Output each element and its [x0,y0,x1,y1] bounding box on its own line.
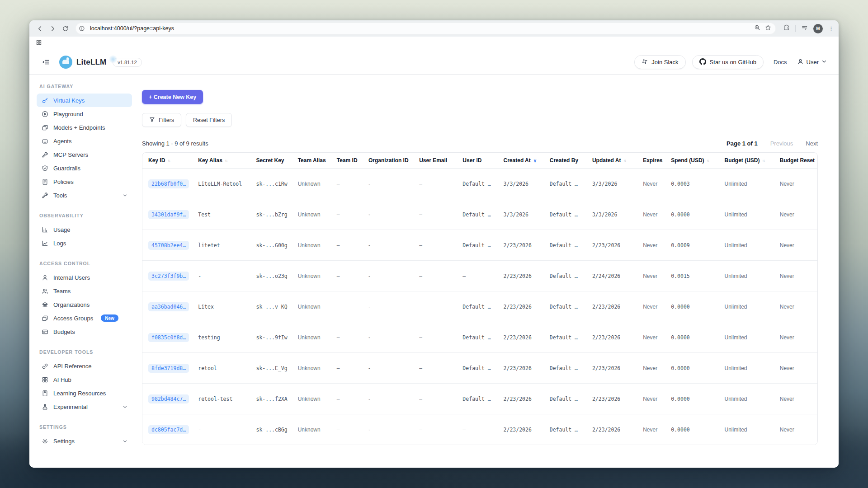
cell-user-id: Default … [462,334,491,341]
cell-created-by: Default … [550,242,578,249]
previous-page-button[interactable]: Previous [770,140,793,147]
column-header-spend-usd[interactable]: Spend (USD)↑↓ [665,153,718,169]
column-header-updated-at[interactable]: Updated At↑↓ [586,153,637,169]
sidebar-item-guardrails[interactable]: Guardrails [37,161,132,175]
key-id-link[interactable]: dc805fac7d… [148,425,189,434]
toolbar-separator [795,25,796,32]
sidebar-item-label: MCP Servers [53,151,88,158]
column-header-user-email: User Email [413,153,457,169]
column-header-budget-usd[interactable]: Budget (USD)↑↓ [718,153,774,169]
table-row[interactable]: 22b68fb0f0…LiteLLM-Retoolsk-...c1RwUnkno… [142,169,817,199]
sidebar-item-budgets[interactable]: Budgets [37,325,132,338]
sort-icon: ↑↓ [623,158,626,163]
sidebar-item-models-endpoints[interactable]: Models + Endpoints [37,121,132,134]
column-header-key-alias[interactable]: Key Alias↑↓ [192,153,250,169]
pagination: Page 1 of 1 Previous Next [726,140,818,147]
sidebar-item-agents[interactable]: Agents [37,134,132,148]
key-id-link[interactable]: f0835c0f8d… [148,333,189,342]
zoom-icon[interactable] [754,24,760,33]
menu-dots-icon[interactable]: ⋮ [828,26,834,32]
reload-icon[interactable] [59,23,71,34]
cell-created-by: Default … [550,396,578,402]
cell-expires: Never [643,181,657,187]
column-header-created-at[interactable]: Created At∨ [498,153,544,169]
sidebar-item-learning-resources[interactable]: Learning Resources [37,386,132,400]
key-id-link[interactable]: 3c273f3f9b… [148,272,189,281]
next-page-button[interactable]: Next [806,140,818,147]
panel-icon[interactable] [801,24,808,33]
table-row[interactable]: aa36bad046…Litexsk-...v-KQUnknown–-–Defa… [142,291,817,322]
extensions-icon[interactable] [783,24,790,33]
sidebar-item-label: Experimental [53,404,88,410]
sidebar-item-playground[interactable]: Playground [37,107,132,121]
cell-team-alias: Unknown [298,365,321,371]
sidebar-item-experimental[interactable]: Experimental [37,400,132,413]
url-text[interactable]: localhost:4000/ui/?page=api-keys [90,25,750,32]
sidebar-item-tools[interactable]: Tools [37,188,132,202]
column-header-key-id[interactable]: Key ID↑↓ [142,153,192,169]
cell-updated-at: 3/3/2026 [592,181,617,187]
chevron-down-icon [123,193,127,198]
sidebar-item-internal-users[interactable]: Internal Users [37,271,132,284]
sidebar-item-usage[interactable]: Usage [37,223,132,236]
sidebar-section-label: OBSERVABILITY [39,213,132,218]
table-row[interactable]: 34301daf9f…Testsk-...bZrgUnknown–-–Defau… [142,199,817,230]
key-id-link[interactable]: 22b68fb0f0… [148,179,189,188]
cell-updated-at: 2/24/2026 [592,273,620,279]
table-row[interactable]: 45708b2ee4…litetetsk-...G00gUnknown–-–De… [142,230,817,261]
column-header-user-id: User ID [457,153,497,169]
table-row[interactable]: 3c273f3f9b…-sk-...o23gUnknown–-––2/23/20… [142,261,817,291]
table-row[interactable]: dc805fac7d…-sk-...cBGgUnknown–-––2/23/20… [142,414,817,445]
keys-table-card: Key ID↑↓Key Alias↑↓Secret KeyTeam AliasT… [142,152,818,445]
cell-budget-reset: Never [780,365,794,371]
key-id-link[interactable]: aa36bad046… [148,302,189,311]
cell-spend-usd: 0.0000 [671,211,690,218]
table-row[interactable]: 982bd484c7…retool-testsk-...f2XAUnknown–… [142,384,817,414]
cell-created-at: 3/3/2026 [504,181,528,187]
sidebar-item-virtual-keys[interactable]: Virtual Keys [37,94,132,107]
create-new-key-button[interactable]: + Create New Key [142,90,203,104]
key-id-link[interactable]: 34301daf9f… [148,210,189,219]
cell-budget-usd: Unlimited [724,427,747,433]
info-icon[interactable] [77,24,86,33]
table-row[interactable]: f0835c0f8d…testingsk-...9fIwUnknown–-–De… [142,322,817,353]
cell-organization-id: - [368,273,370,279]
docs-link[interactable]: Docs [774,59,787,66]
sidebar-item-organizations[interactable]: Organizations [37,298,132,311]
join-slack-button[interactable]: Join Slack [634,55,685,69]
star-icon[interactable] [765,24,771,33]
sidebar-item-ai-hub[interactable]: AI Hub [37,373,132,386]
forward-icon[interactable] [47,23,58,34]
shield-check-icon [41,164,48,172]
star-github-button[interactable]: Star us on GitHub [692,55,764,69]
sidebar-item-settings[interactable]: Settings [37,434,132,448]
back-icon[interactable] [34,23,46,34]
cell-organization-id: - [368,211,370,218]
sidebar-item-api-reference[interactable]: API Reference [37,359,132,373]
column-header-organization-id: Organization ID [363,153,413,169]
table-row[interactable]: 8fde3719d8…retoolsk-...E_VgUnknown–-–Def… [142,353,817,384]
url-bar[interactable]: localhost:4000/ui/?page=api-keys [75,23,776,34]
sidebar-item-logs[interactable]: Logs [37,236,132,250]
reset-filters-button[interactable]: Reset Filters [186,113,232,127]
cell-team-id: – [337,181,340,187]
sidebar-item-access-groups[interactable]: Access GroupsNew [37,311,132,325]
filters-button[interactable]: Filters [142,113,181,127]
key-id-link[interactable]: 982bd484c7… [148,394,189,404]
cell-budget-usd: Unlimited [724,334,747,341]
sidebar-item-label: Organizations [53,301,90,308]
sidebar-item-mcp-servers[interactable]: MCP Servers [37,148,132,161]
key-id-link[interactable]: 8fde3719d8… [148,364,189,373]
sidebar-item-teams[interactable]: Teams [37,284,132,298]
user-menu[interactable]: User [797,58,827,66]
cell-created-at: 2/23/2026 [504,273,532,279]
sidebar-section-label: DEVELOPER TOOLS [39,349,132,355]
sidebar-collapse-icon[interactable] [39,56,52,69]
profile-avatar[interactable]: M [813,24,823,33]
apps-grid-icon[interactable] [36,39,42,47]
sidebar-item-policies[interactable]: Policies [37,175,132,188]
user-icon [41,274,48,281]
cell-expires: Never [643,211,657,218]
cell-user-email: – [419,181,422,187]
key-id-link[interactable]: 45708b2ee4… [148,241,189,250]
